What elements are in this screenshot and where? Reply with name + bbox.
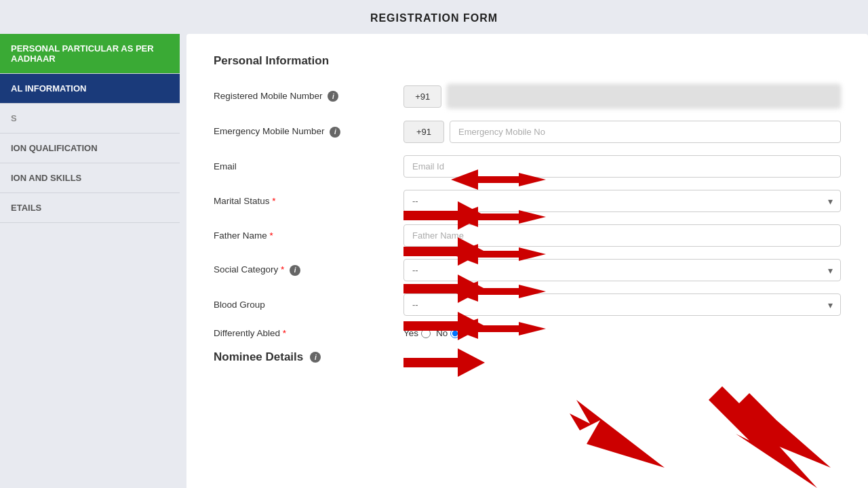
- marital-status-label: Marital Status *: [214, 196, 403, 206]
- blood-group-control: --: [403, 293, 841, 316]
- father-name-row: Father Name *: [214, 224, 841, 247]
- emergency-mobile-control: +91: [403, 121, 841, 143]
- sidebar-item-address[interactable]: S: [0, 104, 180, 134]
- email-control: [403, 155, 841, 178]
- sidebar-item-personal-information[interactable]: AL INFORMATION: [0, 74, 180, 104]
- arrow-cursor: [709, 386, 831, 488]
- differently-abled-yes-label[interactable]: Yes: [403, 328, 431, 338]
- svg-marker-11: [709, 386, 817, 488]
- differently-abled-no-radio[interactable]: [450, 329, 460, 338]
- svg-marker-10: [736, 393, 831, 468]
- marital-status-select[interactable]: --: [403, 190, 841, 212]
- marital-status-row: Marital Status * --: [214, 190, 841, 212]
- emergency-mobile-info-icon: i: [330, 127, 340, 138]
- differently-abled-control: Yes No: [403, 328, 841, 338]
- blood-group-label: Blood Group: [214, 300, 403, 310]
- social-category-row: Social Category * i --: [214, 259, 841, 281]
- differently-abled-row: Differently Abled * Yes No: [214, 328, 841, 338]
- social-category-select[interactable]: --: [403, 259, 841, 281]
- registered-mobile-info-icon: i: [328, 91, 338, 102]
- nominee-info-icon: i: [310, 352, 321, 363]
- blood-group-row: Blood Group --: [214, 293, 841, 316]
- section-title: Personal Information: [214, 54, 841, 68]
- differently-abled-required: *: [283, 328, 286, 338]
- social-category-required: *: [281, 264, 284, 274]
- nominee-section: Nominee Details i: [214, 350, 841, 364]
- sidebar-item-education[interactable]: ION QUALIFICATION: [0, 134, 180, 163]
- sidebar-item-personal-particular[interactable]: PERSONAL PARTICULAR AS PER AADHAAR: [0, 34, 180, 74]
- registered-mobile-label: Registered Mobile Number i: [214, 91, 403, 102]
- email-input[interactable]: [403, 155, 841, 178]
- father-name-required: *: [270, 230, 273, 241]
- email-label: Email: [214, 161, 403, 171]
- father-name-control: [403, 224, 841, 247]
- social-category-control: --: [403, 259, 841, 281]
- father-name-label: Father Name *: [214, 230, 403, 241]
- email-row: Email: [214, 155, 841, 178]
- page-title: REGISTRATION FORM: [0, 12, 868, 24]
- page-header: REGISTRATION FORM: [0, 0, 868, 34]
- sidebar-item-details[interactable]: ETAILS: [0, 193, 180, 223]
- registered-mobile-row: Registered Mobile Number i +91: [214, 84, 841, 108]
- emergency-mobile-prefix: +91: [403, 121, 444, 143]
- father-name-input[interactable]: [403, 224, 841, 247]
- svg-marker-3: [519, 210, 546, 224]
- sidebar-item-skills[interactable]: ION AND SKILLS: [0, 163, 180, 193]
- registered-mobile-control: +91: [403, 84, 841, 108]
- main-content: Personal Information Registered Mobile N…: [186, 34, 868, 488]
- social-category-label: Social Category * i: [214, 264, 403, 275]
- sidebar: PERSONAL PARTICULAR AS PER AADHAAR AL IN…: [0, 34, 180, 488]
- emergency-mobile-input[interactable]: [450, 121, 841, 143]
- registered-mobile-blurred: [447, 84, 841, 108]
- registered-mobile-prefix: +91: [403, 85, 441, 108]
- emergency-mobile-row: Emergency Mobile Number i +91: [214, 121, 841, 143]
- blood-group-select[interactable]: --: [403, 293, 841, 316]
- differently-abled-radio-group: Yes No: [403, 328, 460, 338]
- differently-abled-label: Differently Abled *: [214, 328, 403, 338]
- marital-status-control: --: [403, 190, 841, 212]
- differently-abled-no-label[interactable]: No: [436, 328, 460, 338]
- differently-abled-yes-radio[interactable]: [421, 329, 431, 338]
- marital-status-required: *: [272, 196, 275, 206]
- social-category-info-icon: i: [290, 265, 300, 276]
- emergency-mobile-label: Emergency Mobile Number i: [214, 126, 403, 137]
